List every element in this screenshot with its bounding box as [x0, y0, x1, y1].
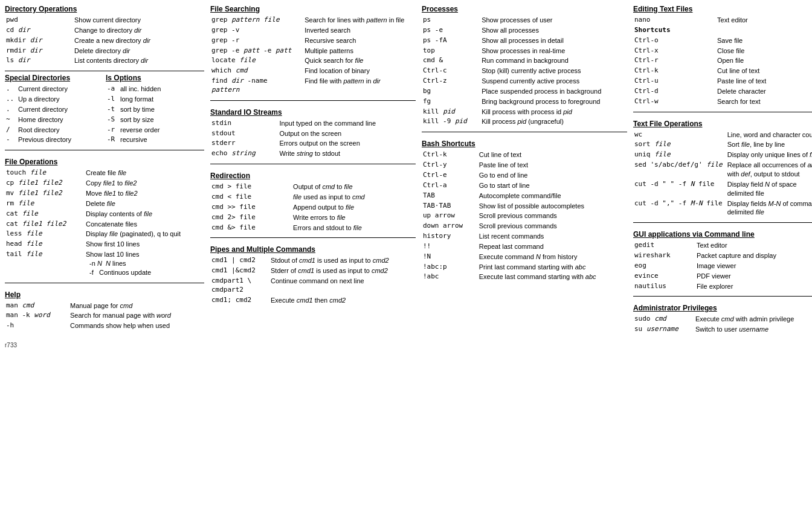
- cmd-h: -h: [5, 321, 69, 331]
- table-row: grep -v Inverted search: [210, 25, 416, 36]
- desc-less: Display file (paginated), q to quit: [85, 229, 204, 239]
- cmd-bg-amp: cmd &: [422, 56, 480, 66]
- cmd-sudo: sudo cmd: [633, 314, 694, 324]
- desc-h: Commands show help when used: [69, 321, 204, 331]
- cmd-bangbang: !!: [422, 242, 478, 252]
- desc-dot: Current directory: [17, 84, 103, 94]
- table-row: cut -d " " -f N file Display field N of …: [633, 179, 812, 199]
- table-row: Ctrl-x Close file: [633, 46, 812, 56]
- desc-dotdot: Up a directory: [17, 94, 103, 104]
- cmd-uniq: uniq file: [633, 150, 726, 160]
- cmd-fg: fg: [422, 97, 480, 107]
- table-row: TAB Autocomplete command/file: [422, 191, 627, 201]
- desc-ctrld: Delete character: [716, 86, 812, 97]
- help-table: man cmd Manual page for cmd man -k word …: [5, 301, 204, 332]
- cmd-echo: echo string: [210, 149, 278, 159]
- desc-redir-both: Errors and stdout to file: [292, 223, 416, 233]
- desc-tilde: Home directory: [17, 115, 103, 125]
- cmd-uparrow: up arrow: [422, 211, 478, 221]
- cmd-cat: cat file: [5, 209, 85, 219]
- table-row: Ctrl-c Stop (kill) currently active proc…: [422, 66, 627, 76]
- dir-ops-table: pwd Show current directory cd dir Change…: [5, 15, 204, 66]
- table-row: wireshark Packet capture and display: [633, 251, 812, 261]
- desc-top: Show processes in real-time: [480, 46, 627, 56]
- desc-cat2: Concatenate files: [85, 219, 204, 230]
- desc-ps-fA: Show all processes in detail: [480, 36, 627, 46]
- cmd-stdin: stdin: [210, 118, 278, 129]
- desc-bg-amp: Run command in background: [480, 56, 627, 66]
- desc-stderr: Errors output on the screen: [278, 138, 416, 149]
- ls-options-col: ls Options -a all inc. hidden -l long fo…: [106, 74, 204, 147]
- table-row: eog Image viewer: [633, 261, 812, 271]
- table-row: !abc:p Print last command starting with …: [422, 262, 627, 272]
- table-row: man -k word Search for manual page with …: [5, 310, 204, 321]
- cmd-ctrlw: Ctrl-w: [633, 97, 716, 107]
- dir-ops-title: Directory Operations: [5, 5, 204, 13]
- cmd-ctrlr: Ctrl-r: [633, 56, 716, 66]
- main-page: Directory Operations pwd Show current di…: [5, 5, 802, 337]
- table-row: less file Display file (paginated), q to…: [5, 229, 204, 239]
- table-row: ps -fA Show all processes in detail: [422, 36, 627, 46]
- desc-ctrlr: Open file: [716, 56, 812, 66]
- desc-cat: Display contents of file: [85, 209, 204, 219]
- desc-slash: Root directory: [17, 125, 103, 135]
- desc-redir-in: file used as input to cmd: [292, 192, 416, 202]
- table-row: cat file1 file2 Concatenate files: [5, 219, 204, 230]
- file-search-table: grep pattern file Search for lines with …: [210, 15, 416, 95]
- flag-R: -R: [106, 135, 119, 145]
- flag-S: -S: [106, 115, 119, 125]
- sym-slash: /: [5, 125, 17, 135]
- desc-dash: Previous directory: [17, 135, 103, 145]
- ls-options-title: ls Options: [106, 74, 204, 82]
- table-row: cmd &> file Errors and stdout to file: [210, 223, 416, 233]
- cmd-eog: eog: [633, 261, 695, 271]
- table-row: -R recursive: [106, 135, 204, 145]
- table-row: cat file Display contents of file: [5, 209, 204, 219]
- table-row: wc Line, word and character count: [633, 130, 812, 140]
- desc-nautilus: File explorer: [695, 281, 812, 292]
- desc-ps: Show processes of user: [480, 15, 627, 25]
- desc-r: reverse order: [119, 125, 204, 135]
- desc-downarrow: Scroll previous commands: [478, 221, 627, 231]
- desc-dot2: Current directory: [17, 104, 103, 115]
- desc-cp: Copy file1 to file2: [85, 178, 204, 188]
- gui-apps-title: GUI applications via Command line: [633, 230, 812, 239]
- table-row: tail file Show last 10 lines -n N N line…: [5, 249, 204, 278]
- table-row: Ctrl-w Search for text: [633, 97, 812, 107]
- cmd-tail: tail file: [5, 249, 85, 278]
- table-row: head file Show first 10 lines: [5, 239, 204, 249]
- ls-options-table: -a all inc. hidden -l long format -t sor…: [106, 84, 204, 145]
- table-row: TAB·TAB Show list of possible autocomple…: [422, 201, 627, 211]
- table-row: Ctrl-a Go to start of line: [422, 181, 627, 191]
- desc-grep: Search for lines with pattern in file: [303, 15, 416, 25]
- table-row: !abc Execute last command starting with …: [422, 272, 627, 282]
- desc-ctrlw: Search for text: [716, 97, 812, 107]
- table-row: Shortcuts: [633, 25, 812, 36]
- table-row: -a all inc. hidden: [106, 84, 204, 94]
- desc-pipe-err: Stderr of cmd1 is used as input to cmd2: [269, 266, 416, 276]
- sym-dot: .: [5, 84, 17, 94]
- pipes-table: cmd1 | cmd2 Stdout of cmd1 is used as in…: [210, 255, 416, 305]
- text-file-ops-title: Text File Operations: [633, 120, 812, 128]
- cmd-ctrlk: Ctrl-k: [422, 150, 478, 160]
- flag-t: -t: [106, 104, 119, 115]
- table-row: !N Execute command N from history: [422, 252, 627, 262]
- column-2: File Searching grep pattern file Search …: [210, 5, 416, 337]
- table-row: Ctrl-k Cut line of text: [633, 66, 812, 76]
- desc-semicolon: Execute cmd1 then cmd2: [269, 295, 416, 306]
- table-row: top Show processes in real-time: [422, 46, 627, 56]
- desc-bangabc-p: Print last command starting with abc: [478, 262, 627, 272]
- table-row: Ctrl-e Go to end of line: [422, 170, 627, 181]
- desc-cut-space: Display field N of space delimited file: [726, 179, 812, 199]
- cmd-ctrle: Ctrl-e: [422, 170, 478, 181]
- desc-head: Show first 10 lines: [85, 239, 204, 249]
- desc-backslash: Continue command on next line: [269, 276, 416, 295]
- table-row: stderr Errors output on the screen: [210, 138, 416, 149]
- desc-ctrlx: Close file: [716, 46, 812, 56]
- divider: [5, 71, 204, 71]
- redirection-table: cmd > file Output of cmd to file cmd < f…: [210, 182, 416, 233]
- cmd-stderr: stderr: [210, 138, 278, 149]
- desc-redir-out: Output of cmd to file: [292, 182, 416, 192]
- cmd-ctrly: Ctrl-y: [422, 160, 478, 170]
- cmd-kill9: kill -9 pid: [422, 117, 480, 127]
